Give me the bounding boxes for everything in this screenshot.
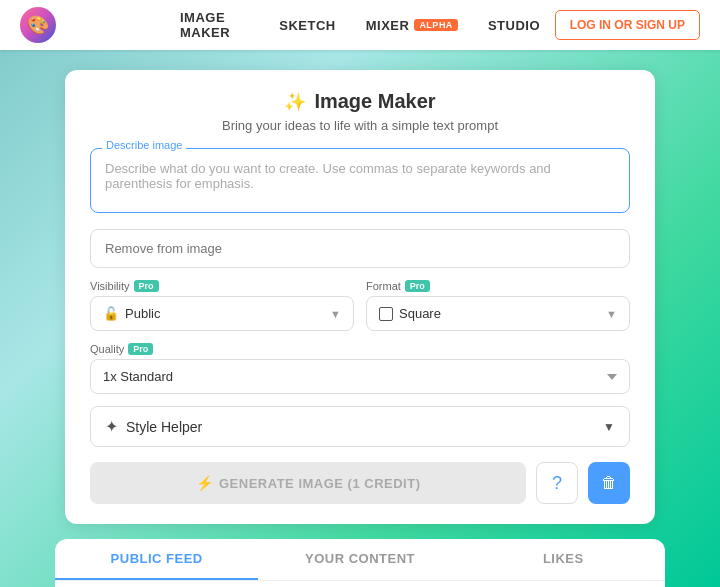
chevron-format-icon: ▼ xyxy=(606,308,617,320)
tab-your-content[interactable]: YOUR CONTENT xyxy=(258,539,461,580)
main-nav: IMAGE MAKER SKETCH MIXER ALPHA STUDIO xyxy=(180,10,540,40)
page-title: Image Maker xyxy=(314,90,435,113)
remove-input[interactable] xyxy=(90,229,630,268)
header: 🎨 IMAGE MAKER SKETCH MIXER ALPHA STUDIO … xyxy=(0,0,720,50)
alpha-badge: ALPHA xyxy=(414,19,458,31)
login-button[interactable]: LOG IN OR SIGN UP xyxy=(555,10,700,40)
visibility-label: Visibility Pro xyxy=(90,280,354,292)
generate-label: GENERATE IMAGE (1 CREDIT) xyxy=(219,476,421,491)
tabs-section: PUBLIC FEED YOUR CONTENT LIKES 🐘 clio.so… xyxy=(55,539,665,587)
generate-row: ⚡ GENERATE IMAGE (1 CREDIT) ? 🗑 xyxy=(90,462,630,504)
generate-button[interactable]: ⚡ GENERATE IMAGE (1 CREDIT) xyxy=(90,462,526,504)
format-label: Format Pro xyxy=(366,280,630,292)
logo: 🎨 xyxy=(20,7,56,43)
chevron-visibility-icon: ▼ xyxy=(330,308,341,320)
nav-mixer[interactable]: MIXER ALPHA xyxy=(366,18,458,33)
visibility-format-row: Visibility Pro 🔓 Public Private ▼ Format… xyxy=(90,280,630,331)
visibility-select[interactable]: Public Private xyxy=(125,306,324,321)
pro-badge-quality: Pro xyxy=(128,343,153,355)
lightning-icon: ⚡ xyxy=(196,475,214,491)
nav-sketch[interactable]: SKETCH xyxy=(279,18,335,33)
tabs-header: PUBLIC FEED YOUR CONTENT LIKES xyxy=(55,539,665,581)
question-icon: ? xyxy=(552,473,562,494)
visibility-select-wrapper: 🔓 Public Private ▼ xyxy=(90,296,354,331)
style-helper-left: ✦ Style Helper xyxy=(105,417,202,436)
title-row: ✨ Image Maker xyxy=(90,90,630,113)
nav-image-maker[interactable]: IMAGE MAKER xyxy=(180,10,249,40)
tab-likes[interactable]: LIKES xyxy=(462,539,665,580)
image-maker-card: ✨ Image Maker Bring your ideas to life w… xyxy=(65,70,655,524)
help-button[interactable]: ? xyxy=(536,462,578,504)
visibility-group: Visibility Pro 🔓 Public Private ▼ xyxy=(90,280,354,331)
quality-group: Quality Pro 1x Standard 2x High 4x Ultra xyxy=(90,343,630,394)
pro-badge-visibility: Pro xyxy=(134,280,159,292)
pro-badge-format: Pro xyxy=(405,280,430,292)
lock-icon: 🔓 xyxy=(103,306,119,321)
format-select-wrapper: Square Portrait Landscape ▼ xyxy=(366,296,630,331)
trash-icon: 🗑 xyxy=(601,474,617,492)
format-group: Format Pro Square Portrait Landscape ▼ xyxy=(366,280,630,331)
describe-field: Describe image xyxy=(90,148,630,217)
sparkle-icon: ✦ xyxy=(105,417,118,436)
quality-select[interactable]: 1x Standard 2x High 4x Ultra xyxy=(90,359,630,394)
style-helper-label: Style Helper xyxy=(126,419,202,435)
wand-icon: ✨ xyxy=(284,91,306,113)
describe-label: Describe image xyxy=(102,139,186,151)
tab-public-feed[interactable]: PUBLIC FEED xyxy=(55,539,258,580)
describe-textarea[interactable] xyxy=(90,148,630,213)
page-subtitle: Bring your ideas to life with a simple t… xyxy=(90,118,630,133)
quality-label: Quality Pro xyxy=(90,343,630,355)
main-content: ✨ Image Maker Bring your ideas to life w… xyxy=(0,50,720,587)
style-helper-row[interactable]: ✦ Style Helper ▼ xyxy=(90,406,630,447)
delete-button[interactable]: 🗑 xyxy=(588,462,630,504)
nav-studio[interactable]: STUDIO xyxy=(488,18,540,33)
style-helper-chevron-icon: ▼ xyxy=(603,420,615,434)
logo-icon: 🎨 xyxy=(20,7,56,43)
square-icon xyxy=(379,307,393,321)
format-select[interactable]: Square Portrait Landscape xyxy=(399,306,600,321)
images-grid: 🐘 clio.so/maker CIO MATE PONLTYOU AHALHA… xyxy=(55,581,665,587)
